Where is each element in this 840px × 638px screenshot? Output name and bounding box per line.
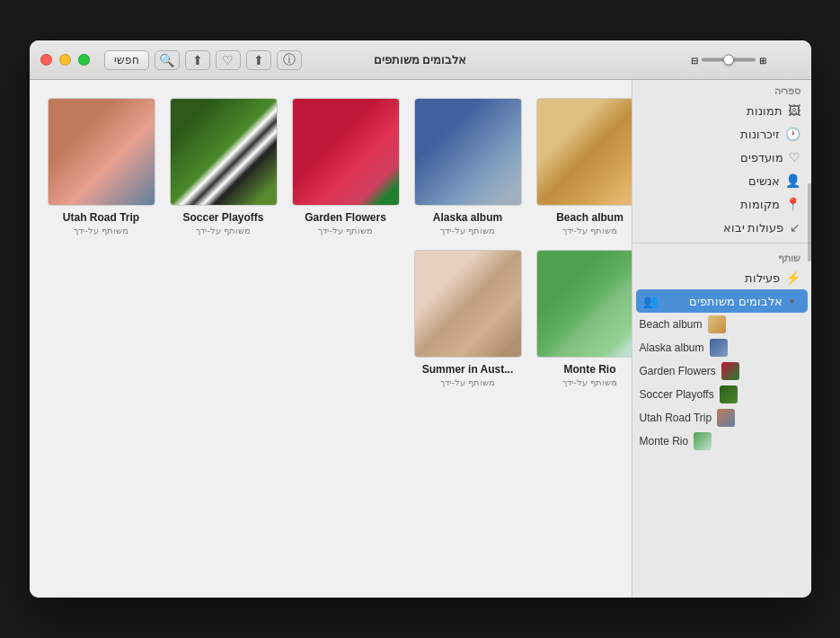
sidebar-subitem-soccer[interactable]: Soccer Playoffs <box>632 383 811 406</box>
sidebar-item-favorites[interactable]: ♡ מועדפים <box>632 146 811 169</box>
people-icon: 👤 <box>785 173 800 188</box>
sidebar-item-memories[interactable]: 🕐 זיכרונות <box>632 122 811 146</box>
main-window: חפשי 🔍 ⬆ ♡ ⬆ ⓘ אלבומים משותפים ⊟ ⊞ <box>30 40 811 598</box>
sidebar-subitem-utah[interactable]: Utah Road Trip <box>632 406 811 430</box>
subitem-thumb-alaska <box>710 339 728 357</box>
sidebar-item-imports[interactable]: ↙ פעולות יבוא <box>632 216 811 239</box>
sidebar-label-photos: תמונות <box>640 104 783 118</box>
photo-sublabel-utah: משותף על-ידך <box>74 226 128 235</box>
photo-item-monte[interactable]: Monte Rio משותף על-ידך <box>536 250 632 387</box>
favorites-icon: ♡ <box>789 150 800 164</box>
zoom-in-icon: ⊞ <box>759 55 766 65</box>
zoom-out-icon: ⊟ <box>691 55 698 65</box>
info-icon: ⓘ <box>283 52 296 68</box>
photo-thumb-soccer[interactable] <box>170 98 278 206</box>
free-button[interactable]: חפשי <box>104 50 149 70</box>
heart-button[interactable]: ♡ <box>216 50 241 70</box>
photo-thumb-monte[interactable] <box>536 250 632 358</box>
photo-label-summer: Summer in Aust... <box>422 363 514 376</box>
sidebar-item-places[interactable]: 📍 מקומות <box>632 192 811 216</box>
places-icon: 📍 <box>785 197 800 211</box>
photo-thumb-garden[interactable] <box>292 98 400 206</box>
export-icon: ⬆ <box>253 53 264 67</box>
photo-sublabel-monte: משותף על-ידך <box>562 377 616 387</box>
photo-item-utah[interactable]: Utah Road Trip משותף על-ידך <box>48 98 155 235</box>
photos-grid: Utah Road Trip משותף על-ידך Soccer Playo… <box>48 98 614 387</box>
maximize-button[interactable] <box>78 54 90 66</box>
subitem-thumb-beach <box>708 315 726 333</box>
photo-label-garden: Garden Flowers <box>305 211 386 224</box>
subitem-label-soccer: Soccer Playoffs <box>640 388 714 401</box>
sidebar-item-photos[interactable]: 🖼 תמונות <box>632 99 811 122</box>
photo-sublabel-alaska: משותף על-ידך <box>440 226 494 235</box>
photos-icon: 🖼 <box>788 103 800 118</box>
titlebar: חפשי 🔍 ⬆ ♡ ⬆ ⓘ אלבומים משותפים ⊟ ⊞ <box>30 40 811 80</box>
search-button[interactable]: 🔍 <box>155 50 180 70</box>
photo-label-alaska: Alaska album <box>433 211 502 224</box>
share-icon: ⬆ <box>192 53 203 67</box>
sidebar-item-activity[interactable]: ⚡ פעילות <box>632 266 811 289</box>
photo-sublabel-garden: משותף על-ידך <box>318 226 372 235</box>
sidebar-subitem-alaska[interactable]: Alaska album <box>632 336 811 359</box>
photo-sublabel-summer: משותף על-ידך <box>440 377 494 387</box>
sidebar-subitem-beach[interactable]: Beach album <box>632 313 811 336</box>
photo-sublabel-soccer: משותף על-ידך <box>196 226 250 235</box>
imports-icon: ↙ <box>790 220 800 235</box>
sidebar-label-memories: זיכרונות <box>640 128 780 141</box>
photo-item-summer[interactable]: Summer in Aust... משותף על-ידך <box>414 250 522 387</box>
subitem-label-garden: Garden Flowers <box>640 365 716 377</box>
photo-thumb-summer[interactable] <box>414 250 522 358</box>
zoom-slider[interactable]: ⊟ ⊞ <box>691 55 766 65</box>
window-controls <box>40 54 90 66</box>
share-button[interactable]: ⬆ <box>185 50 210 70</box>
photo-label-utah: Utah Road Trip <box>63 211 139 224</box>
subitem-label-utah: Utah Road Trip <box>640 412 712 424</box>
photo-thumb-utah[interactable] <box>48 98 155 206</box>
memories-icon: 🕐 <box>785 127 800 141</box>
close-button[interactable] <box>40 54 52 66</box>
minimize-button[interactable] <box>59 54 71 66</box>
photo-label-soccer: Soccer Playoffs <box>182 211 263 224</box>
subitem-thumb-garden <box>721 362 739 380</box>
scrollbar[interactable] <box>808 183 811 261</box>
photo-item-alaska[interactable]: Alaska album משותף על-ידך <box>414 98 522 235</box>
search-icon: 🔍 <box>159 53 174 67</box>
toolbar: חפשי 🔍 ⬆ ♡ ⬆ ⓘ <box>104 50 302 70</box>
subitem-label-beach: Beach album <box>640 318 703 331</box>
chevron-down-icon: ▼ <box>788 297 797 306</box>
sidebar-section-shared: שותף <box>632 247 811 266</box>
sidebar-label-people: אנשים <box>640 174 780 188</box>
subitem-label-alaska: Alaska album <box>640 341 704 354</box>
sidebar-label-activity: פעילות <box>640 271 780 285</box>
shared-albums-icon: 👥 <box>643 294 659 308</box>
photo-thumb-beach[interactable] <box>536 98 632 206</box>
sidebar-label-places: מקומות <box>640 198 780 211</box>
photo-label-beach: Beach album <box>556 211 623 224</box>
heart-icon: ♡ <box>222 53 234 67</box>
sidebar-item-shared-albums[interactable]: ▼ אלבומים משותפים 👥 <box>636 289 808 313</box>
sidebar-label-shared-albums: אלבומים משותפים <box>664 295 783 308</box>
sidebar-label-imports: פעולות יבוא <box>640 221 784 235</box>
photo-sublabel-beach: משותף על-ידך <box>562 226 616 235</box>
photo-thumb-alaska[interactable] <box>414 98 522 206</box>
photo-item-soccer[interactable]: Soccer Playoffs משותף על-ידך <box>170 98 278 235</box>
sidebar-item-people[interactable]: 👤 אנשים <box>632 169 811 192</box>
sidebar-divider-1 <box>632 243 811 244</box>
sidebar: ספריה 🖼 תמונות 🕐 זיכרונות ♡ מועדפים 👤 אנ… <box>632 80 811 598</box>
photo-item-garden[interactable]: Garden Flowers משותף על-ידך <box>292 98 400 235</box>
export-button[interactable]: ⬆ <box>246 50 271 70</box>
sidebar-section-library: ספריה <box>632 80 811 99</box>
subitem-thumb-utah <box>717 409 735 427</box>
activity-icon: ⚡ <box>785 270 800 285</box>
window-title: אלבומים משותפים <box>374 53 467 66</box>
sidebar-subitem-monte[interactable]: Monte Rio <box>632 430 811 453</box>
subitem-thumb-soccer <box>720 385 738 403</box>
subitem-thumb-monte <box>694 432 712 450</box>
photo-item-beach[interactable]: Beach album משותף על-ידך <box>536 98 632 235</box>
photo-label-monte: Monte Rio <box>564 363 616 376</box>
content-area: Utah Road Trip משותף על-ידך Soccer Playo… <box>30 80 811 598</box>
sidebar-subitem-garden[interactable]: Garden Flowers <box>632 359 811 383</box>
info-button[interactable]: ⓘ <box>277 50 302 70</box>
main-content: Utah Road Trip משותף על-ידך Soccer Playo… <box>30 80 632 598</box>
sidebar-label-favorites: מועדפים <box>640 151 783 164</box>
